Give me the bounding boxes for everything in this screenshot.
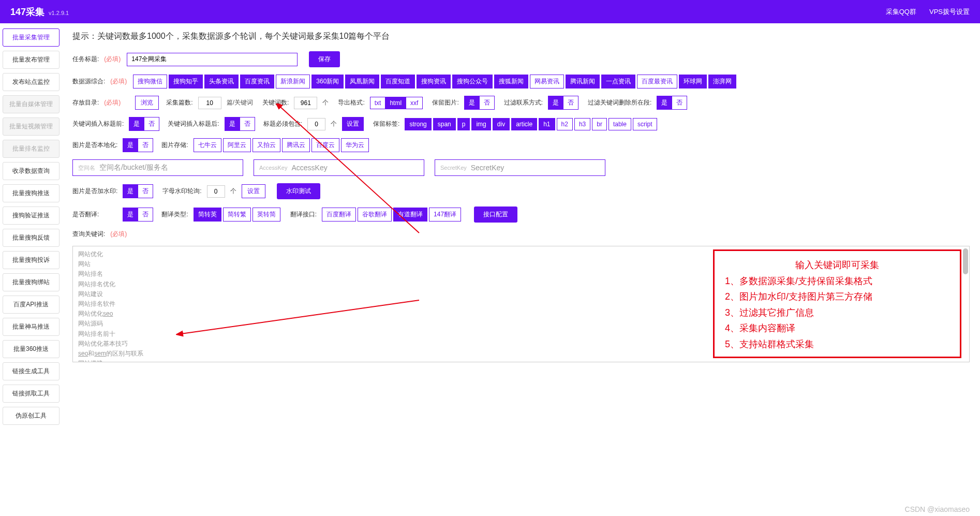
source-tag-16[interactable]: 澎湃网 (708, 75, 736, 89)
keeptag-3[interactable]: img (471, 118, 491, 130)
watermark-no[interactable]: 否 (138, 184, 153, 198)
translate-no[interactable]: 否 (138, 208, 153, 222)
header-link-qq[interactable]: 采集QQ群 (886, 7, 916, 17)
sidebar-item-7[interactable]: 批量搜狗推送 (3, 184, 60, 202)
browse-button[interactable]: 浏览 (135, 96, 159, 110)
trapi-tag-1[interactable]: 谷歌翻译 (358, 208, 392, 222)
keeptag-11[interactable]: script (633, 118, 657, 130)
keeptag-6[interactable]: h1 (539, 118, 555, 130)
localize-no[interactable]: 否 (138, 138, 153, 152)
annotation-title: 输入关键词即可采集 (725, 257, 949, 273)
sidebar-item-4[interactable]: 批量短视频管理 (3, 117, 60, 136)
trtype-tag-2[interactable]: 英转简 (253, 208, 280, 222)
localize-yes[interactable]: 是 (123, 138, 138, 152)
keeptag-4[interactable]: div (493, 118, 510, 130)
sidebar-item-3[interactable]: 批量自媒体管理 (3, 95, 60, 113)
sidebar-item-1[interactable]: 批量发布管理 (3, 51, 60, 69)
filterkw-yes[interactable]: 是 (657, 96, 672, 110)
sidebar-item-9[interactable]: 批量搜狗反馈 (3, 229, 60, 247)
sidebar-item-5[interactable]: 批量排名监控 (3, 140, 60, 158)
scrollbar-vertical[interactable] (963, 248, 968, 274)
format-tag-1[interactable]: html (385, 97, 406, 109)
count-input[interactable] (198, 97, 221, 109)
insertbefore-no[interactable]: 否 (144, 117, 159, 131)
insertafter-yes[interactable]: 是 (225, 117, 240, 131)
api-config-button[interactable]: 接口配置 (474, 207, 517, 223)
filterkw-no[interactable]: 否 (672, 96, 687, 110)
filtercontact-no[interactable]: 否 (563, 96, 578, 110)
keepimg-yes[interactable]: 是 (464, 96, 479, 110)
wm-val-input[interactable] (207, 185, 225, 198)
task-label: 任务标题: (72, 55, 99, 64)
keywords-textarea[interactable]: 网站优化网站网站排名网站排名优化网站建设网站排名软件网站优化seo网站源码网站排… (72, 246, 970, 362)
filtercontact-yes[interactable]: 是 (548, 96, 563, 110)
sidebar-item-10[interactable]: 批量搜狗投诉 (3, 251, 60, 269)
sidebar-item-13[interactable]: 批量神马推送 (3, 318, 60, 336)
cloud-tag-2[interactable]: 又拍云 (253, 138, 280, 152)
sidebar-item-12[interactable]: 百度API推送 (3, 296, 60, 314)
cloud-tag-4[interactable]: 百度云 (311, 138, 339, 152)
source-tag-1[interactable]: 搜狗知乎 (169, 75, 203, 89)
sidebar-item-2[interactable]: 发布站点监控 (3, 73, 60, 91)
mustcontain-input[interactable] (307, 118, 325, 130)
save-button[interactable]: 保存 (309, 51, 340, 67)
source-tag-14[interactable]: 百度最资讯 (637, 75, 677, 89)
kw-input[interactable] (294, 97, 317, 109)
query-required: (必填) (110, 230, 127, 239)
keeptag-9[interactable]: br (592, 118, 607, 130)
sidebar-item-17[interactable]: 伪原创工具 (3, 407, 60, 425)
watermark-yes[interactable]: 是 (123, 184, 138, 198)
keeptag-2[interactable]: p (457, 118, 470, 130)
source-tag-12[interactable]: 腾讯新闻 (566, 75, 600, 89)
keeptag-10[interactable]: table (608, 118, 631, 130)
sidebar-item-8[interactable]: 搜狗验证推送 (3, 207, 60, 225)
accesskey-input-wrap[interactable]: AccessKey AccessKey (254, 159, 424, 176)
sidebar-item-11[interactable]: 批量搜狗绑站 (3, 273, 60, 291)
source-tag-11[interactable]: 网易资讯 (530, 75, 564, 89)
trtype-tag-1[interactable]: 简转繁 (223, 208, 251, 222)
wm-set-button[interactable]: 设置 (242, 184, 265, 198)
cloud-tag-1[interactable]: 阿里云 (223, 138, 251, 152)
sidebar-item-15[interactable]: 链接生成工具 (3, 362, 60, 380)
source-tag-6[interactable]: 凤凰新闻 (345, 75, 379, 89)
mustcontain-set[interactable]: 设置 (342, 117, 364, 131)
source-tag-0[interactable]: 搜狗微信 (133, 75, 167, 89)
space-input-wrap[interactable]: 空间名 空间名/bucket/服务名 (72, 159, 243, 176)
trapi-tag-2[interactable]: 有道翻译 (393, 208, 427, 222)
source-tag-7[interactable]: 百度知道 (381, 75, 415, 89)
trapi-tag-0[interactable]: 百度翻译 (322, 208, 356, 222)
source-tag-13[interactable]: 一点资讯 (601, 75, 635, 89)
trapi-tag-3[interactable]: 147翻译 (429, 208, 461, 222)
translate-yes[interactable]: 是 (123, 208, 138, 222)
keeptag-8[interactable]: h3 (574, 118, 590, 130)
source-tag-2[interactable]: 头条资讯 (204, 75, 239, 89)
secretkey-input-wrap[interactable]: SecretKey SecretKey (435, 159, 605, 176)
format-tag-0[interactable]: txt (370, 97, 385, 109)
source-tag-5[interactable]: 360新闻 (311, 75, 344, 89)
source-tag-4[interactable]: 新浪新闻 (276, 75, 310, 89)
cloud-tag-0[interactable]: 七牛云 (194, 138, 221, 152)
sidebar-item-16[interactable]: 链接抓取工具 (3, 385, 60, 403)
cloud-tag-3[interactable]: 腾讯云 (282, 138, 310, 152)
source-tag-15[interactable]: 环球网 (679, 75, 707, 89)
source-tag-10[interactable]: 搜狐新闻 (494, 75, 528, 89)
insertbefore-yes[interactable]: 是 (129, 117, 144, 131)
source-tag-3[interactable]: 百度资讯 (240, 75, 274, 89)
keeptag-0[interactable]: strong (405, 118, 431, 130)
sidebar-item-6[interactable]: 收录数据查询 (3, 162, 60, 180)
header-link-vps[interactable]: VPS拨号设置 (929, 7, 970, 17)
keeptag-1[interactable]: span (433, 118, 456, 130)
wm-test-button[interactable]: 水印测试 (277, 183, 320, 199)
source-tag-9[interactable]: 搜狗公众号 (452, 75, 493, 89)
keepimg-no[interactable]: 否 (479, 96, 495, 110)
sidebar-item-0[interactable]: 批量采集管理 (3, 28, 60, 47)
trtype-tag-0[interactable]: 简转英 (194, 208, 221, 222)
insertafter-no[interactable]: 否 (240, 117, 255, 131)
keeptag-5[interactable]: article (511, 118, 537, 130)
cloud-tag-5[interactable]: 华为云 (341, 138, 369, 152)
format-tag-2[interactable]: xxf (406, 97, 423, 109)
source-tag-8[interactable]: 搜狗资讯 (417, 75, 451, 89)
keeptag-7[interactable]: h2 (557, 118, 573, 130)
task-title-input[interactable] (127, 53, 298, 66)
sidebar-item-14[interactable]: 批量360推送 (3, 340, 60, 358)
